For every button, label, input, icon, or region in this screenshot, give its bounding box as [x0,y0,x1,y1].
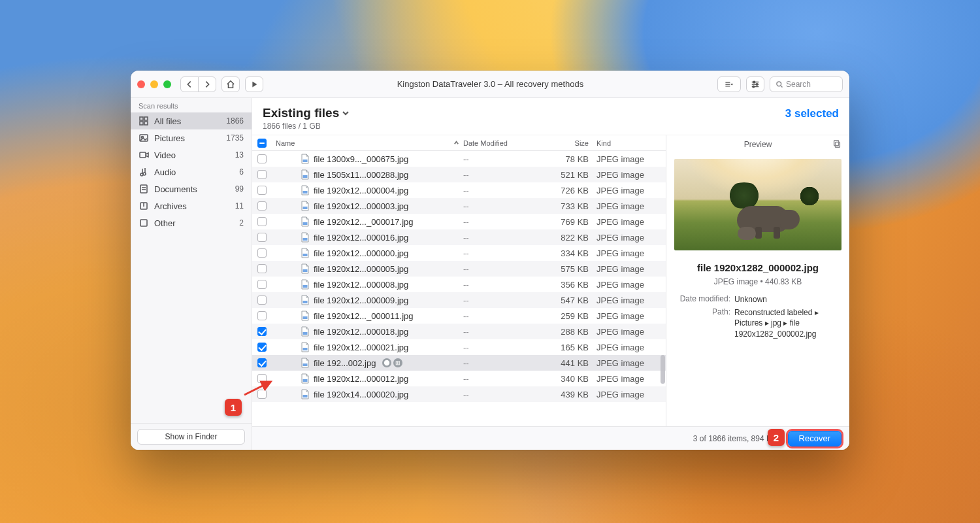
filter-button[interactable] [746,76,764,92]
column-name[interactable]: Name [272,139,463,147]
row-size: 165 KB [535,343,594,352]
table-row[interactable]: file 1920x12...000003.jpg--733 KBJPEG im… [252,198,666,214]
sidebar-item-pictures[interactable]: Pictures1735 [131,129,252,146]
svg-point-10 [777,81,781,86]
video-icon [139,150,149,160]
row-date: -- [463,390,535,399]
row-filename: file 1920x12...000004.jpg [314,186,408,195]
forward-button[interactable] [198,76,216,92]
sidebar-item-audio[interactable]: Audio6 [131,163,252,180]
table-row[interactable]: file 1920x12...000005.jpg--575 KBJPEG im… [252,261,666,277]
copy-path-button[interactable] [832,139,841,150]
row-checkbox[interactable] [257,201,267,211]
preview-path-label: Path: [674,307,730,339]
svg-point-41 [384,360,389,365]
row-date: -- [463,217,535,227]
svg-point-7 [753,81,755,83]
svg-point-9 [753,86,755,88]
select-all-checkbox[interactable] [257,139,267,148]
main-title-dropdown[interactable]: Existing files [263,106,350,120]
row-checkbox[interactable] [257,358,267,367]
row-filename: file 1920x12...000016.jpg [314,233,408,243]
row-checkbox[interactable] [257,311,267,320]
table-row[interactable]: file 1920x12...000009.jpg--547 KBJPEG im… [252,292,666,308]
svg-rect-30 [303,207,308,209]
main-subtitle: 1866 files / 1 GB [263,122,350,131]
row-checkbox[interactable] [257,343,267,352]
column-date[interactable]: Date Modified [463,139,535,147]
row-checkbox[interactable] [257,264,267,273]
document-icon [139,184,149,194]
table-row[interactable]: file 1920x14...000020.jpg--439 KBJPEG im… [252,386,666,402]
row-filename: file 1505x11...000288.jpg [314,170,408,180]
svg-rect-12 [140,117,143,120]
row-checkbox[interactable] [257,154,267,163]
file-jpeg-icon [301,279,310,290]
callout-1: 1 [225,399,242,416]
column-size[interactable]: Size [535,139,594,147]
table-row[interactable]: file 192...002.jpg⊞--441 KBJPEG image [252,355,666,371]
row-date: -- [463,358,535,368]
row-checkbox[interactable] [257,233,267,242]
close-window-icon[interactable] [137,80,145,88]
callout-2: 2 [768,429,785,446]
row-kind: JPEG image [594,327,666,337]
home-button[interactable] [221,76,240,92]
sidebar-item-count: 99 [235,184,244,194]
row-checkbox[interactable] [257,170,267,179]
sidebar-item-video[interactable]: Video13 [131,146,252,163]
table-row[interactable]: file 1300x9..._000675.jpg--78 KBJPEG ima… [252,151,666,167]
table-row[interactable]: file 1505x11...000288.jpg--521 KBJPEG im… [252,167,666,182]
file-list[interactable]: file 1300x9..._000675.jpg--78 KBJPEG ima… [252,151,666,426]
sidebar-item-all-files[interactable]: All files1866 [131,112,252,129]
row-size: 521 KB [535,170,594,180]
table-row[interactable]: file 1920x12..._000017.jpg--769 KBJPEG i… [252,214,666,229]
row-kind: JPEG image [594,217,666,227]
minimize-window-icon[interactable] [150,80,158,88]
row-kind: JPEG image [594,233,666,243]
row-checkbox[interactable] [257,327,267,336]
search-input[interactable]: Search [770,76,843,92]
row-kind: JPEG image [594,311,666,321]
svg-rect-28 [303,175,308,178]
file-jpeg-icon [301,295,310,305]
file-jpeg-icon [301,263,310,274]
sidebar: Scan results All files1866Pictures1735Vi… [131,98,252,450]
row-checkbox[interactable] [257,248,267,258]
svg-rect-42 [303,379,308,382]
toolbar: Kingston DataTraveler 3.0 – All recovery… [131,71,849,98]
row-checkbox[interactable] [257,280,267,289]
row-size: 356 KB [535,280,594,290]
table-row[interactable]: file 1920x12...000018.jpg--288 KBJPEG im… [252,324,666,339]
row-kind: JPEG image [594,295,666,305]
table-row[interactable]: file 1920x12...000021.jpg--165 KBJPEG im… [252,339,666,355]
show-in-finder-button[interactable]: Show in Finder [137,429,245,445]
scrollbar-thumb[interactable] [661,355,665,384]
table-row[interactable]: file 1920x12...000000.jpg--334 KBJPEG im… [252,245,666,261]
table-row[interactable]: file 1920x12..._000011.jpg--259 KBJPEG i… [252,308,666,324]
row-kind: JPEG image [594,201,666,211]
sidebar-item-documents[interactable]: Documents99 [131,180,252,197]
column-headers: Name Date Modified Size Kind [252,135,666,151]
other-icon [139,218,149,228]
sliders-icon [751,80,760,89]
column-kind[interactable]: Kind [594,139,666,147]
table-row[interactable]: file 1920x12...000016.jpg--822 KBJPEG im… [252,229,666,245]
row-checkbox[interactable] [257,217,267,226]
preview-meta: JPEG image • 440.83 KB [674,277,841,286]
sidebar-item-other[interactable]: Other2 [131,214,252,231]
row-checkbox[interactable] [257,295,267,305]
table-row[interactable]: file 1920x12...000004.jpg--726 KBJPEG im… [252,182,666,198]
list-view-button[interactable] [717,76,741,92]
sidebar-item-archives[interactable]: Archives11 [131,197,252,214]
row-kind: JPEG image [594,248,666,258]
recover-button[interactable]: Recover [788,431,841,447]
play-button[interactable] [245,76,263,92]
table-row[interactable]: file 1920x12...000008.jpg--356 KBJPEG im… [252,277,666,292]
back-button[interactable] [180,76,199,92]
footer: 3 of 1866 items, 894 KB t Recover [252,426,849,450]
row-checkbox[interactable] [257,186,267,195]
table-row[interactable]: file 1920x12...000012.jpg--340 KBJPEG im… [252,371,666,386]
sidebar-item-label: All files [154,116,181,126]
zoom-window-icon[interactable] [163,80,171,88]
